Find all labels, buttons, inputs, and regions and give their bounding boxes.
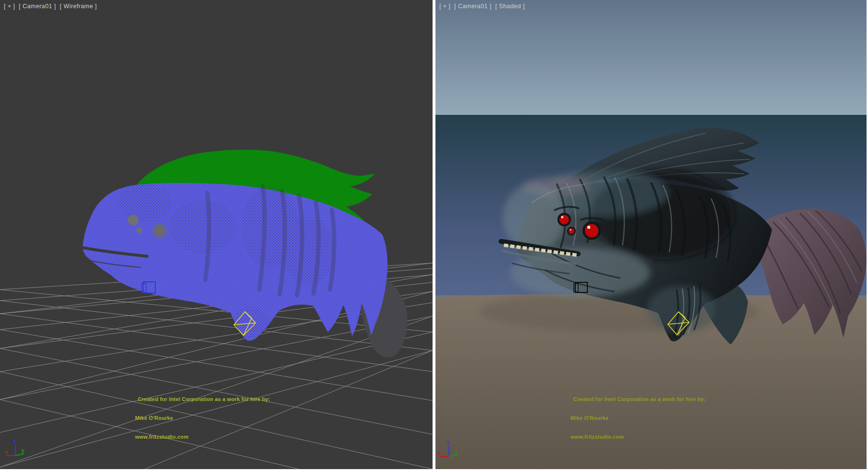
attribution-line1: Created for Intel Corporation as a work … [135,396,270,403]
sky [435,0,867,115]
eye-small-upper [128,215,138,225]
attribution-line2: Mike O'Rourke [135,415,270,421]
viewport-menu-camera[interactable]: [ Camera01 ] [19,3,56,10]
viewport-menu-camera[interactable]: [ Camera01 ] [454,3,491,10]
scene-attribution-text: Created for Intel Corporation as a work … [570,384,705,453]
axis-x-label: x [5,449,8,455]
viewport-shaded[interactable]: x y z [ + ] [ Camera01 ] [ Shaded ] Crea… [435,0,867,469]
attribution-line1: Created for Intel Corporation as a work … [570,396,705,403]
axis-y-label: y [455,448,458,455]
viewport-menu-general[interactable]: [ + ] [4,3,15,10]
attribution-line2: Mike O'Rourke [570,415,705,421]
viewport-menu-shading[interactable]: [ Shaded ] [495,3,525,10]
axis-y-label: y [21,447,25,454]
axis-x-label: x [438,450,441,456]
viewport-wireframe[interactable]: x y z [ + ] [ Camera01 ] [ Wireframe ] C… [0,0,433,469]
viewport-label-shaded: [ + ] [ Camera01 ] [ Shaded ] [439,3,527,10]
scene-attribution-text: Created for Intel Corporation as a work … [135,384,270,453]
attribution-line3: www.fritzstudio.com [135,434,270,440]
viewport-menu-general[interactable]: [ + ] [439,3,450,10]
axis-z-label: z [13,438,16,444]
eye-tiny [136,227,142,233]
eye-red-small [569,228,574,234]
eye-large [153,224,166,237]
attribution-line3: www.fritzstudio.com [570,434,705,440]
viewport-menu-shading[interactable]: [ Wireframe ] [60,3,97,10]
eye-red-large [585,224,598,237]
dual-viewport-stage: x y z [ + ] [ Camera01 ] [ Wireframe ] C… [0,0,868,472]
axis-z-label: z [447,439,450,445]
eye-red-medium [559,215,569,224]
viewport-label-wireframe: [ + ] [ Camera01 ] [ Wireframe ] [4,3,99,10]
